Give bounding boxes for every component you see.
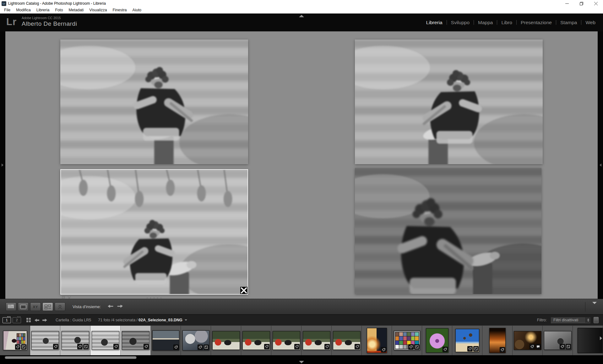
filmstrip-scrollbar (0, 355, 603, 360)
filmstrip-cell-4[interactable] (90, 326, 121, 355)
right-panel-reveal-arrow-icon[interactable] (600, 163, 601, 167)
survey-photo-4[interactable] (355, 168, 541, 294)
filmstrip-thumbnail[interactable] (367, 328, 387, 353)
filmstrip-cell-19[interactable] (543, 326, 573, 355)
menu-item-visualizza[interactable]: Visualizza (86, 7, 110, 13)
people-view-button[interactable] (55, 302, 65, 311)
filmstrip-cell-17[interactable] (482, 326, 513, 355)
second-window-button[interactable]: 2 (13, 317, 21, 323)
filmstrip-cell-11[interactable] (302, 326, 332, 355)
filmstrip-thumbnail[interactable] (455, 329, 479, 352)
filmstrip-thumbnail[interactable] (3, 331, 27, 350)
module-picker: LibreriaSviluppoMappaLibroPresentazioneS… (426, 13, 595, 31)
filmstrip-thumbnail[interactable] (182, 330, 209, 351)
previous-photo-arrow[interactable] (107, 304, 114, 310)
filter-lock-button[interactable] (594, 317, 599, 323)
filmstrip-scrollbar-thumb[interactable] (5, 356, 137, 359)
rating-dots[interactable] (147, 297, 162, 298)
filmstrip-thumbnail[interactable] (514, 331, 541, 350)
menu-item-libreria[interactable]: Libreria (34, 7, 52, 13)
compare-view-button[interactable]: XY (30, 302, 41, 311)
filmstrip-thumbnail[interactable] (31, 331, 59, 350)
next-photo-arrow[interactable] (117, 304, 123, 310)
module-tab-sviluppo[interactable]: Sviluppo (451, 20, 470, 25)
filmstrip-thumbnail[interactable] (426, 328, 448, 353)
filmstrip-cell-9[interactable] (241, 326, 271, 355)
filmstrip-cell-20[interactable] (573, 326, 603, 355)
color-chip (21, 334, 23, 337)
module-tab-stampa[interactable]: Stampa (560, 20, 577, 25)
module-tab-web[interactable]: Web (585, 20, 595, 25)
filmstrip-thumbnail[interactable] (122, 331, 149, 350)
filmstrip-cell-5[interactable] (121, 326, 151, 355)
left-panel-reveal-arrow-icon[interactable] (2, 163, 3, 167)
filmstrip-thumbnail[interactable] (242, 331, 270, 350)
color-chip (395, 336, 399, 340)
filmstrip-cell-15[interactable] (422, 326, 452, 355)
survey-photo-2[interactable] (355, 40, 543, 164)
module-tab-libreria[interactable]: Libreria (426, 20, 443, 25)
filmstrip-thumbnail[interactable] (489, 328, 506, 353)
filmstrip-cell-6[interactable] (151, 326, 181, 355)
close-icon[interactable] (589, 0, 603, 7)
remove-photo-button[interactable] (240, 287, 247, 294)
filmstrip-cell-14[interactable] (392, 326, 422, 355)
module-tab-libro[interactable]: Libro (501, 20, 512, 25)
loupe-view-button[interactable] (18, 302, 29, 311)
main-window-button[interactable]: 1 (3, 317, 11, 323)
survey-photo-3[interactable] (60, 169, 248, 295)
filmstrip-thumbnail[interactable] (212, 331, 240, 350)
survey-view-button[interactable] (42, 302, 53, 311)
color-chip (403, 336, 407, 340)
restore-button[interactable] (574, 0, 589, 7)
app-icon[interactable]: Lr (2, 1, 6, 6)
grid-view-button[interactable] (6, 302, 16, 311)
filmstrip-cell-2[interactable] (30, 326, 60, 355)
grid-view-icon (8, 305, 14, 309)
back-arrow[interactable] (34, 318, 40, 322)
filmstrip-thumbnail[interactable] (394, 331, 420, 350)
filmstrip-thumbnail[interactable] (303, 331, 330, 350)
bottom-panel-collapse-arrow-icon[interactable] (299, 361, 304, 363)
selection-breadcrumb[interactable]: 71 foto /4 selezionata / 02A_Selezione_0… (98, 318, 187, 322)
filmstrip-statusbar: 1 2 Cartella : Guida LR5 71 foto /4 sele… (0, 314, 603, 325)
filmstrip-cell-18[interactable] (513, 326, 543, 355)
filmstrip-thumbnail[interactable] (544, 331, 572, 350)
menu-item-modifica[interactable]: Modifica (13, 7, 34, 13)
survey-photo-1[interactable] (60, 40, 248, 164)
menu-item-metadati[interactable]: Metadati (66, 7, 86, 13)
forward-arrow[interactable] (42, 318, 47, 322)
filmstrip-cell-3[interactable] (60, 326, 90, 355)
menu-item-file[interactable]: File (1, 7, 13, 13)
filter-dropdown[interactable]: Filtri disattivati (551, 317, 591, 323)
filmstrip-cell-8[interactable] (211, 326, 241, 355)
filmstrip-thumbnail[interactable] (333, 331, 361, 350)
filmstrip-thumbnail[interactable] (152, 330, 179, 351)
minimize-button[interactable] (560, 0, 574, 7)
filmstrip-thumbnail[interactable] (62, 331, 89, 350)
filmstrip-cell-12[interactable] (332, 326, 362, 355)
filmstrip-thumbnail[interactable] (273, 331, 300, 350)
menu-item-foto[interactable]: Foto (52, 7, 66, 13)
filmstrip-cell-7[interactable] (181, 326, 211, 355)
grid-source-icon[interactable] (26, 318, 31, 323)
top-panel-collapse-arrow-icon[interactable] (299, 15, 304, 17)
filmstrip-cell-13[interactable] (362, 326, 392, 355)
filmstrip-thumbnail[interactable] (92, 331, 119, 350)
window-controls (560, 0, 603, 7)
filter-value: Filtri disattivati (553, 318, 578, 322)
filmstrip-cell-10[interactable] (271, 326, 302, 355)
module-tab-presentazione[interactable]: Presentazione (521, 20, 552, 25)
module-tab-mappa[interactable]: Mappa (478, 20, 493, 25)
filmstrip-cell-16[interactable] (452, 326, 482, 355)
menu-item-aiuto[interactable]: Aiuto (130, 7, 144, 13)
toolbar-options-chevron[interactable] (585, 302, 598, 312)
color-chip (411, 332, 415, 336)
menu-item-finestra[interactable]: Finestra (110, 7, 129, 13)
bottom-panel (0, 360, 603, 364)
color-chip (395, 341, 399, 345)
filmstrip-cell-1[interactable] (0, 326, 30, 355)
filmstrip-scroll-arrow-icon[interactable] (600, 336, 602, 340)
color-chip (23, 340, 25, 344)
filmstrip-thumbnail[interactable] (578, 328, 603, 353)
